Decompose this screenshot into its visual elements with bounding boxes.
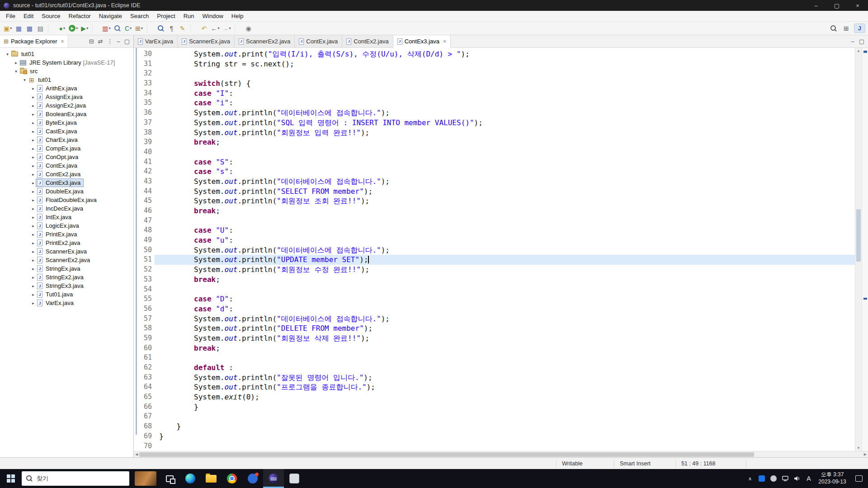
tab-close-icon[interactable]: ×	[443, 38, 446, 45]
code-line[interactable]: case "S":	[159, 157, 855, 167]
code-line[interactable]: break;	[159, 275, 855, 285]
link-with-editor-icon[interactable]: ⇄	[98, 38, 103, 45]
expander-icon[interactable]: ▸	[30, 301, 36, 305]
code-line[interactable]: String str = sc.next();	[159, 59, 855, 69]
taskbar-clock[interactable]: 오후 3:37 2023-09-13	[815, 471, 850, 485]
new-package-button[interactable]: ⊞▾	[134, 23, 144, 34]
view-menu-icon[interactable]: ⋮	[107, 38, 113, 45]
network-button[interactable]	[779, 469, 791, 488]
ime-indicator[interactable]: A	[803, 469, 815, 488]
tree-item-conopt-java[interactable]: ▸JConOpt.java	[0, 153, 133, 161]
edge-taskbar-button[interactable]	[180, 469, 201, 488]
expander-icon[interactable]: ▸	[30, 224, 36, 228]
menu-file[interactable]: File	[2, 11, 19, 21]
code-area[interactable]: System.out.print("입력(I/i), 출력(S/s), 수정(U…	[155, 48, 855, 451]
code-line[interactable]: break;	[159, 137, 855, 147]
code-line[interactable]: case "s":	[159, 167, 855, 177]
pin-editor-button[interactable]: ◉	[244, 23, 254, 34]
mark-occurrences-button[interactable]: ✎	[178, 23, 188, 34]
expander-icon[interactable]: ▸	[30, 146, 36, 151]
horizontal-scrollbar[interactable]: ◀ ▶	[134, 451, 868, 457]
tree-item-contex3-java[interactable]: ▸JContEx3.java	[0, 178, 133, 187]
package-explorer-tab[interactable]: ⊞ Package Explorer ×	[0, 35, 68, 47]
code-line[interactable]: case "i":	[159, 98, 855, 108]
vertical-scrollbar[interactable]: ▲ ▼	[855, 48, 862, 451]
expander-icon[interactable]: ▸	[30, 103, 36, 108]
scroll-left-icon[interactable]: ◀	[135, 452, 138, 456]
code-line[interactable]: System.out.println("잘못된 명령어 입니다.");	[159, 373, 855, 383]
vertical-scrollbar-thumb[interactable]	[856, 209, 861, 262]
search-button[interactable]	[156, 23, 166, 34]
tree-item-stringex3-java[interactable]: ▸JStringEx3.java	[0, 282, 133, 290]
tree-item-scannerex2-java[interactable]: ▸JScannerEx2.java	[0, 256, 133, 264]
tab-scannerex2-java[interactable]: JScannerEx2.java	[235, 35, 295, 47]
last-edit-location-button[interactable]: ↶	[199, 23, 209, 34]
run-button[interactable]: ▶▾	[68, 23, 79, 34]
code-line[interactable]: System.out.println("프로그램을 종료합니다.");	[159, 382, 855, 392]
expander-icon[interactable]: ▸	[30, 284, 36, 288]
code-line[interactable]: System.out.println("회원정보 입력 완료!!");	[159, 128, 855, 138]
tree-item-byteex-java[interactable]: ▸JByteEx.java	[0, 118, 133, 127]
code-line[interactable]: System.out.println("데이터베이스에 접속합니다.");	[159, 177, 855, 187]
code-line[interactable]: System.out.println("데이터베이스에 접속합니다.");	[159, 108, 855, 118]
save-all-button[interactable]: ▩	[24, 23, 34, 34]
code-line[interactable]: switch(str) {	[159, 79, 855, 89]
coverage-button[interactable]: ▥▾	[101, 23, 111, 34]
minimize-window-button[interactable]: –	[806, 0, 826, 11]
scroll-up-icon[interactable]: ▲	[857, 49, 860, 53]
overview-mark[interactable]	[863, 51, 867, 53]
tree-item-stringex-java[interactable]: ▸JStringEx.java	[0, 264, 133, 273]
code-line[interactable]	[159, 216, 855, 226]
tree-item-contex-java[interactable]: ▸JContEx.java	[0, 161, 133, 170]
show-hidden-icons-button[interactable]: ∧	[744, 469, 756, 488]
code-line[interactable]: System.out.println("데이터베이스에 접속합니다.");	[159, 245, 855, 255]
code-line[interactable]: case "I":	[159, 89, 855, 99]
code-line[interactable]: break;	[159, 343, 855, 353]
tray-app-button-1[interactable]	[756, 469, 768, 488]
close-window-button[interactable]: ×	[847, 0, 868, 11]
expander-icon[interactable]: ▸	[30, 112, 36, 117]
expander-icon[interactable]: ▸	[30, 249, 36, 254]
tree-item-printex2-java[interactable]: ▸JPrintEx2.java	[0, 239, 133, 247]
tree-item-logicex-java[interactable]: ▸JLogicEx.java	[0, 221, 133, 230]
expander-icon[interactable]: ▸	[30, 164, 36, 168]
expander-icon[interactable]: ▸	[30, 206, 36, 211]
expander-icon[interactable]: ▸	[30, 181, 36, 185]
code-line[interactable]: System.exit(0);	[159, 392, 855, 402]
expander-icon[interactable]: ▸	[30, 275, 36, 280]
tree-item-varex-java[interactable]: ▸JVarEx.java	[0, 299, 133, 307]
maximize-window-button[interactable]: ▢	[826, 0, 847, 11]
code-line[interactable]: case "D":	[159, 294, 855, 304]
horizontal-scrollbar-thumb[interactable]	[139, 452, 754, 457]
overview-cursor-mark[interactable]	[863, 298, 867, 300]
tree-item-contex2-java[interactable]: ▸JContEx2.java	[0, 170, 133, 178]
tree-item-castex-java[interactable]: ▸JCastEx.java	[0, 127, 133, 136]
tree-item-arithex-java[interactable]: ▸JArithEx.java	[0, 84, 133, 93]
action-center-button[interactable]	[850, 469, 868, 488]
show-whitespace-button[interactable]: ¶	[167, 23, 177, 34]
code-line[interactable]: default :	[159, 363, 855, 373]
file-explorer-taskbar-button[interactable]	[201, 469, 222, 488]
tab-contex3-java[interactable]: JContEx3.java×	[393, 35, 451, 48]
expander-icon[interactable]: ▸	[30, 95, 36, 99]
tree-item-scannerex-java[interactable]: ▸JScannerEx.java	[0, 247, 133, 256]
tree-item-src[interactable]: ▾src	[0, 67, 133, 75]
tree-item-doubleex-java[interactable]: ▸JDoubleEx.java	[0, 187, 133, 196]
horizontal-scrollbar-track[interactable]	[139, 452, 863, 457]
new-wizard-button[interactable]: ▣▾	[3, 23, 13, 34]
volume-button[interactable]	[791, 469, 803, 488]
code-line[interactable]: }	[159, 422, 855, 432]
tab-contex2-java[interactable]: JContEx2.java	[342, 35, 393, 47]
taskbar-search[interactable]: 찾기	[22, 471, 129, 486]
debug-button[interactable]: ●▾	[57, 23, 67, 34]
open-perspective-button[interactable]: ⊞	[841, 23, 851, 34]
quick-access-search-icon[interactable]	[829, 23, 839, 34]
forward-history-button[interactable]: →▾	[222, 23, 232, 34]
expander-icon[interactable]: ▸	[30, 232, 36, 237]
expander-icon[interactable]: ▾	[22, 78, 28, 82]
tree-item-printex-java[interactable]: ▸JPrintEx.java	[0, 230, 133, 239]
tab-varex-java[interactable]: JVarEx.java	[134, 35, 178, 47]
expander-icon[interactable]: ▸	[30, 129, 36, 134]
code-line[interactable]: case "d":	[159, 304, 855, 314]
expander-icon[interactable]: ▸	[30, 172, 36, 177]
